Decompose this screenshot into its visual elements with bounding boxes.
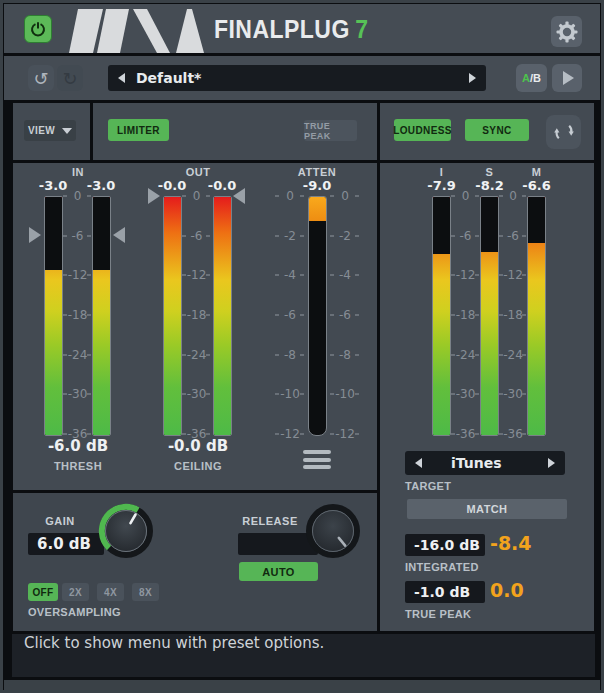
short-term-meter-label: S <box>466 166 513 178</box>
i-meter <box>432 196 451 436</box>
view-menu-button[interactable]: VIEW <box>24 120 76 141</box>
auto-release-toggle[interactable]: AUTO <box>239 562 318 581</box>
status-bar: Click to show menu with preset options. <box>12 634 595 677</box>
ceiling-caption: CEILING <box>158 460 238 472</box>
redo-button[interactable]: ↻ <box>57 65 83 91</box>
meters-panel: IN -3.0 -3.0 0-6 -12-18 -24-30 -36 -6.0 … <box>13 163 377 490</box>
in-meter-right <box>92 196 111 436</box>
oversampling-label: OVERSAMPLING <box>28 606 121 618</box>
out-meter-scale: 0-6 -12-18 -24-30 -36 <box>182 196 211 434</box>
status-message: Click to show menu with preset options. <box>24 634 324 677</box>
oversampling-4x-button[interactable]: 4X <box>97 583 124 601</box>
title-version: 7 <box>355 15 368 43</box>
gain-value: 6.0 dB <box>37 535 91 553</box>
target-selector[interactable]: iTunes <box>405 451 565 475</box>
loudness-toggle[interactable]: LOUDNESS <box>394 119 451 141</box>
m-meter <box>527 196 546 436</box>
oversampling-8x-button[interactable]: 8X <box>132 583 159 601</box>
thresh-marker-right-icon[interactable] <box>113 227 125 243</box>
refresh-icon <box>553 121 575 143</box>
power-button[interactable] <box>24 15 52 43</box>
match-button[interactable]: MATCH <box>407 499 567 519</box>
undo-button[interactable]: ↺ <box>28 65 54 91</box>
in-meter-scale: 0-6 -12-18 -24-30 -36 <box>63 196 92 434</box>
match-label: MATCH <box>467 503 508 515</box>
view-label: VIEW <box>28 125 55 136</box>
atten-meter <box>308 196 327 436</box>
out-meter-left <box>163 196 182 436</box>
oversampling-off-button[interactable]: OFF <box>28 583 58 601</box>
limiter-label: LIMITER <box>117 125 160 136</box>
auto-label: AUTO <box>262 566 295 578</box>
ab-b-label: /B <box>530 72 541 84</box>
thresh-marker-left-icon[interactable] <box>29 227 41 243</box>
bottom-strip <box>4 680 600 693</box>
settings-button[interactable] <box>551 16 582 47</box>
limiter-toggle[interactable]: LIMITER <box>108 119 169 141</box>
integrated-readout: -8.4 <box>490 532 532 554</box>
preset-bar: ↺ ↻ Default* A/B <box>4 56 600 100</box>
oversampling-4x-label: 4X <box>104 587 117 598</box>
s-meter <box>480 196 499 436</box>
power-icon <box>30 21 46 37</box>
true-peak-target-field[interactable]: -1.0 dB <box>405 581 485 603</box>
target-prev-icon[interactable] <box>415 458 422 468</box>
s-meter-scale: 0-6 -12-18 -24-30 -36 <box>499 196 527 434</box>
in-meter-left <box>44 196 63 436</box>
preset-play-button[interactable] <box>552 64 582 92</box>
gear-icon <box>556 21 578 43</box>
undo-icon: ↺ <box>33 68 48 89</box>
preset-next-icon[interactable] <box>469 73 476 83</box>
preset-name: Default* <box>136 65 201 91</box>
integrated-target-value: -16.0 dB <box>414 537 480 553</box>
atten-scale-left: 0-2 -4-6 -8-10 -12 <box>275 196 305 434</box>
ceiling-readout: -0.0 dB <box>158 437 238 455</box>
integrated-target-field[interactable]: -16.0 dB <box>405 534 485 556</box>
in-meter-label: IN <box>33 166 123 178</box>
momentary-meter-label: M <box>513 166 560 178</box>
i-meter-scale: 0-6 -12-18 -24-30 -36 <box>451 196 480 434</box>
oversampling-off-label: OFF <box>32 587 53 598</box>
preset-selector[interactable]: Default* <box>108 65 486 91</box>
page-title: FINALPLUG7 <box>214 15 369 44</box>
wave-arts-logo-icon <box>68 9 205 53</box>
oversampling-8x-label: 8X <box>139 587 152 598</box>
view-panel: VIEW <box>13 103 90 160</box>
atten-meter-label: ATTEN <box>273 166 361 178</box>
integrated-label: INTEGRATED <box>405 561 479 573</box>
loudness-panel: LOUDNESS SYNC <box>380 103 594 160</box>
preset-prev-icon[interactable] <box>118 73 125 83</box>
true-peak-readout: 0.0 <box>490 579 524 601</box>
ceiling-marker-left-icon[interactable] <box>148 188 160 204</box>
gain-knob[interactable] <box>98 503 154 559</box>
oversampling-2x-label: 2X <box>69 587 82 598</box>
true-peak-toggle[interactable]: TRUE PEAK <box>304 120 357 141</box>
gain-value-field[interactable]: 6.0 dB <box>28 533 104 555</box>
target-next-icon[interactable] <box>548 458 555 468</box>
target-label: TARGET <box>405 480 451 492</box>
true-peak-target-value: -1.0 dB <box>414 584 470 600</box>
out-meter-right <box>213 196 232 436</box>
ab-compare-button[interactable]: A/B <box>516 64 547 92</box>
ab-a-label: A <box>522 72 530 84</box>
release-knob[interactable] <box>305 503 361 559</box>
oversampling-2x-button[interactable]: 2X <box>62 583 89 601</box>
ceiling-marker-right-icon[interactable] <box>233 188 245 204</box>
sync-toggle[interactable]: SYNC <box>465 119 529 141</box>
atten-scale-right: 0-2 -4-6 -8-10 -12 <box>330 196 360 434</box>
loudness-label: LOUDNESS <box>393 125 452 136</box>
true-peak-label: TRUE PEAK <box>405 608 471 620</box>
title-text: FINALPLUG <box>214 15 350 43</box>
plugin-window: FINALPLUG7 ↺ ↻ <box>0 0 604 693</box>
thresh-caption: THRESH <box>38 460 118 472</box>
gain-label: GAIN <box>25 515 95 527</box>
reset-meters-button[interactable] <box>546 115 581 149</box>
play-icon <box>563 71 574 85</box>
chevron-down-icon <box>62 128 72 134</box>
meter-menu-button[interactable] <box>303 450 331 469</box>
header-bar: FINALPLUG7 <box>4 4 600 53</box>
limiter-panel: LIMITER TRUE PEAK <box>93 103 377 160</box>
redo-icon: ↻ <box>62 68 77 89</box>
thresh-readout: -6.0 dB <box>38 437 118 455</box>
target-value: iTunes <box>451 451 502 475</box>
